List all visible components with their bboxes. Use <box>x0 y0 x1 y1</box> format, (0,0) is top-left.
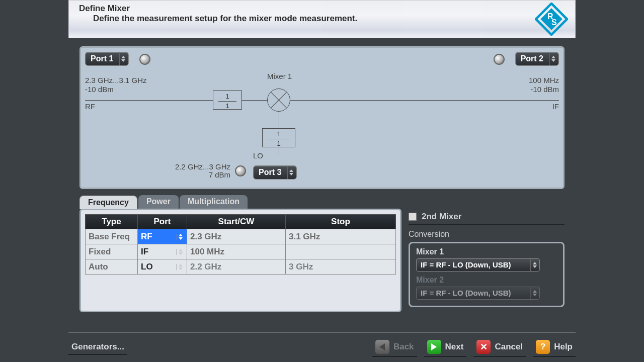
help-button[interactable]: ? Help <box>533 338 576 357</box>
second-mixer-checkbox[interactable]: 2nd Mixer <box>409 212 565 225</box>
frequency-table-panel: Type Port Start/CW Stop Base Freq RF 2.3… <box>79 209 401 312</box>
port2-label: Port 2 <box>521 52 547 65</box>
lo-label: LO <box>253 151 263 160</box>
mixer-label: Mixer 1 <box>267 72 292 80</box>
stepper-icon <box>287 166 294 179</box>
dialog-header: Define Mixer Define the measurement setu… <box>68 0 576 38</box>
rf-power: -10 dBm <box>85 85 114 94</box>
tab-multiplication[interactable]: Multiplication <box>180 195 248 209</box>
cell-type: Base Freq <box>86 229 138 244</box>
rf-freq-range: 2.3 GHz...3.1 GHz <box>85 76 147 84</box>
tab-bar: Frequency Power Multiplication <box>79 195 565 209</box>
stepper-icon <box>549 52 556 65</box>
conversion-title: Conversion <box>409 230 565 239</box>
signal-line <box>85 100 559 101</box>
if-power: -10 dBm <box>530 85 559 94</box>
port1-connector-icon <box>139 54 150 65</box>
button-bar: Generators... Back Next ✕ Cancel ? Help <box>68 332 576 357</box>
cell-start[interactable]: 2.3 GHz <box>187 229 286 244</box>
lo-line2 <box>279 147 279 154</box>
cell-port-select[interactable]: RF <box>138 229 187 244</box>
port2-select[interactable]: Port 2 <box>515 52 559 66</box>
stepper-icon <box>177 234 184 240</box>
stepper-icon <box>177 249 184 255</box>
lo-ratio-box[interactable]: 1 1 <box>262 128 295 147</box>
lo-ratio-den: 1 <box>277 140 280 147</box>
dialog-subtitle: Define the measurement setup for the mix… <box>93 14 565 24</box>
cell-stop: 3 GHz <box>286 259 396 275</box>
generators-button[interactable]: Generators... <box>68 340 127 355</box>
cell-start: 2.2 GHz <box>187 259 286 275</box>
conversion-group: Mixer 1 IF = RF - LO (Down, USB) Mixer 2… <box>409 242 565 307</box>
mixer-diagram: Port 1 Port 2 2.3 GHz...3.1 GHz -10 dBm … <box>79 46 565 189</box>
cell-type: Fixed <box>86 244 138 259</box>
lo-freq-range: 2.2 GHz...3 GHz <box>174 162 230 171</box>
port1-select[interactable]: Port 1 <box>85 52 129 66</box>
cell-start[interactable]: 100 MHz <box>187 244 286 259</box>
mixer1-label: Mixer 1 <box>416 247 557 256</box>
dialog-title: Define Mixer <box>79 4 565 14</box>
back-button: Back <box>372 338 417 357</box>
rf-label: RF <box>85 102 95 111</box>
mixer1-conversion-select[interactable]: IF = RF - LO (Down, USB) <box>416 258 540 272</box>
checkbox-icon <box>409 213 417 221</box>
tab-power[interactable]: Power <box>138 195 179 209</box>
tab-frequency[interactable]: Frequency <box>79 196 137 209</box>
svg-text:S: S <box>551 18 557 27</box>
lo-power: 7 dBm <box>174 170 230 179</box>
col-type: Type <box>86 215 138 229</box>
port3-select[interactable]: Port 3 <box>253 165 297 179</box>
cell-stop <box>286 244 396 259</box>
col-start: Start/CW <box>187 215 286 229</box>
lo-ratio-num: 1 <box>277 130 280 138</box>
table-row: Auto LO 2.2 GHz 3 GHz <box>86 259 396 275</box>
port3-label: Port 3 <box>259 166 285 179</box>
rf-ratio-num: 1 <box>225 93 229 100</box>
rf-ratio-den: 1 <box>225 102 229 110</box>
cell-port-select[interactable]: IF <box>138 244 187 259</box>
cancel-icon: ✕ <box>476 340 491 354</box>
rf-ratio-box[interactable]: 1 1 <box>213 90 242 110</box>
back-icon <box>375 340 389 354</box>
conversion-panel: 2nd Mixer Conversion Mixer 1 IF = RF - L… <box>409 209 565 312</box>
second-mixer-label: 2nd Mixer <box>422 212 461 222</box>
stepper-icon <box>530 287 538 299</box>
mixer2-label: Mixer 2 <box>416 276 557 285</box>
table-row: Base Freq RF 2.3 GHz 3.1 GHz <box>86 229 396 244</box>
cancel-button[interactable]: ✕ Cancel <box>473 338 526 357</box>
cell-port-select[interactable]: LO <box>138 259 187 275</box>
mixer2-conversion-select: IF = RF - LO (Down, USB) <box>416 287 540 300</box>
if-freq: 100 MHz <box>529 76 559 84</box>
cell-stop[interactable]: 3.1 GHz <box>286 229 396 244</box>
port1-label: Port 1 <box>91 52 117 65</box>
stepper-icon <box>177 264 184 270</box>
mixer-symbol-icon <box>267 88 290 112</box>
col-stop: Stop <box>286 215 396 229</box>
brand-logo-icon: R S <box>535 3 568 36</box>
stepper-icon <box>119 52 126 65</box>
next-button[interactable]: Next <box>424 338 467 357</box>
if-label: IF <box>552 102 559 111</box>
cell-type: Auto <box>86 259 138 275</box>
col-port: Port <box>138 215 187 229</box>
frequency-table: Type Port Start/CW Stop Base Freq RF 2.3… <box>85 214 396 275</box>
table-row: Fixed IF 100 MHz <box>86 244 396 259</box>
port2-connector-icon <box>494 54 505 65</box>
next-icon <box>427 340 441 354</box>
help-icon: ? <box>536 340 550 354</box>
port3-connector-icon <box>235 165 246 176</box>
stepper-icon <box>530 259 538 271</box>
